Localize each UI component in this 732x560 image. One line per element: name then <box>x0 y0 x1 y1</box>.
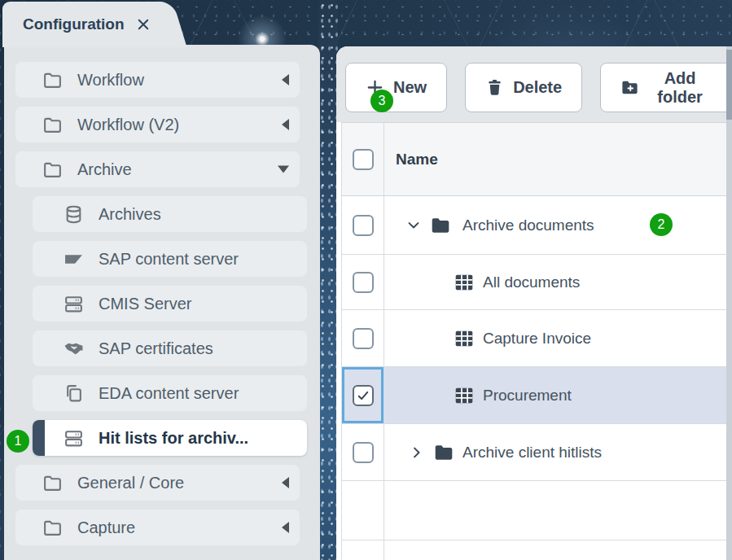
row-label: Archive client hitlists <box>462 444 602 462</box>
sidebar-item-archive[interactable]: Archive <box>15 151 300 187</box>
row-checkbox-cell <box>342 196 384 254</box>
table-grid-icon <box>454 385 475 406</box>
empty-checkbox-cell <box>342 540 384 560</box>
folder-outline-icon <box>42 115 63 135</box>
folder-plus-icon <box>620 78 639 97</box>
sidebar-item-label: SAP content server <box>99 250 239 269</box>
expand-arrow-icon[interactable] <box>278 166 289 173</box>
row-label: Archive documents <box>462 217 594 234</box>
name-column-header: Name <box>384 151 438 168</box>
select-all-checkbox[interactable] <box>353 149 374 170</box>
row-checkbox[interactable] <box>353 442 374 463</box>
main-panel: New Delete Add folder Name <box>336 46 732 560</box>
row-label: All documents <box>483 273 580 291</box>
sidebar-item-label: CMIS Server <box>99 295 191 313</box>
table-row-all-documents[interactable]: All documents <box>342 255 732 310</box>
sidebar-item-general-core[interactable]: General / Core <box>15 465 300 501</box>
collapse-arrow-icon[interactable] <box>282 522 289 533</box>
row-name-cell: Capture Invoice <box>384 310 732 366</box>
vertical-scrollbar[interactable] <box>726 46 732 560</box>
sidebar-item-label: Workflow <box>77 71 144 90</box>
new-button-label: New <box>393 78 427 97</box>
collapse-arrow-icon[interactable] <box>282 74 289 85</box>
sidebar-item-label: Hit lists for archiv... <box>99 429 248 448</box>
sidebar-item-label: Workflow (V2) <box>77 116 179 134</box>
chevron-right-icon[interactable] <box>409 444 425 461</box>
folder-outline-icon <box>42 70 63 90</box>
step-badge-2: 2 <box>650 213 673 236</box>
row-name-cell: Archive client hitlists <box>384 424 732 480</box>
scrollbar-thumb[interactable] <box>726 50 732 120</box>
sidebar-item-sap-content-server[interactable]: SAP content server <box>33 241 307 277</box>
sidebar-item-workflow-v2[interactable]: Workflow (V2) <box>15 107 300 142</box>
table-row-empty <box>342 540 732 560</box>
sidebar-item-eda-content-server[interactable]: EDA content server <box>33 375 307 411</box>
table-row-archive-client-hitlists[interactable]: Archive client hitlists <box>342 424 732 481</box>
sidebar-item-archives[interactable]: Archives <box>33 196 307 232</box>
hitlist-table: Name Archive documents All documents <box>341 122 732 560</box>
sidebar-item-label: Archives <box>99 205 161 224</box>
server-stack-icon <box>64 428 84 448</box>
sidebar-item-capture[interactable]: Capture <box>15 510 300 545</box>
folder-outline-icon <box>42 518 63 538</box>
sidebar-item-label: Capture <box>77 518 135 537</box>
row-name-cell: Archive documents <box>384 196 732 254</box>
sidebar-item-workflow[interactable]: Workflow <box>15 62 300 98</box>
row-checkbox-checked[interactable] <box>353 385 374 406</box>
sidebar-item-label: General / Core <box>77 474 184 492</box>
table-row-empty <box>342 481 732 540</box>
folder-filled-icon <box>433 442 454 463</box>
sidebar-navigation: Workflow Workflow (V2) Archive Archives … <box>4 45 320 560</box>
table-row-procurement[interactable]: Procurement <box>342 367 732 424</box>
copy-pages-icon <box>64 383 84 404</box>
toolbar: New Delete Add folder <box>336 46 732 122</box>
sidebar-item-sap-certificates[interactable]: SAP certificates <box>33 330 307 366</box>
add-folder-button-label: Add folder <box>648 69 712 107</box>
step-badge-3: 3 <box>370 90 393 112</box>
sidebar-item-label: SAP certificates <box>99 339 213 358</box>
folder-filled-icon <box>430 215 451 236</box>
row-label: Capture Invoice <box>483 330 591 348</box>
folder-outline-icon <box>42 473 63 493</box>
row-checkbox[interactable] <box>353 215 374 236</box>
empty-checkbox-cell <box>342 481 384 540</box>
row-checkbox[interactable] <box>353 328 374 349</box>
row-label: Procurement <box>483 387 572 405</box>
row-name-cell: All documents <box>384 255 732 309</box>
row-name-cell: Procurement <box>384 367 732 423</box>
sap-shape-icon <box>64 249 84 269</box>
empty-name-cell <box>384 481 732 540</box>
chevron-down-icon[interactable] <box>405 217 422 234</box>
database-icon <box>64 204 84 225</box>
close-icon[interactable] <box>136 17 151 32</box>
table-grid-icon <box>454 328 475 349</box>
table-header-row: Name <box>342 123 732 196</box>
tab-configuration[interactable]: Configuration <box>2 2 159 47</box>
sidebar-item-hit-lists-for-archive[interactable]: Hit lists for archiv... <box>33 420 307 456</box>
folder-outline-icon <box>42 160 63 180</box>
add-folder-button[interactable]: Add folder <box>600 63 732 112</box>
select-all-cell <box>342 123 384 195</box>
collapse-arrow-icon[interactable] <box>282 477 289 488</box>
collapse-arrow-icon[interactable] <box>282 119 289 130</box>
row-checkbox[interactable] <box>353 272 374 293</box>
server-stack-icon <box>64 294 84 314</box>
handshake-icon <box>64 339 84 359</box>
row-checkbox-cell <box>342 424 384 480</box>
row-checkbox-cell <box>342 255 384 309</box>
sidebar-item-cmis-server[interactable]: CMIS Server <box>33 286 307 322</box>
sidebar-item-label: Archive <box>77 160 132 179</box>
table-row-capture-invoice[interactable]: Capture Invoice <box>342 310 732 367</box>
name-header-cell: Name <box>384 123 732 195</box>
delete-button-label: Delete <box>513 78 562 97</box>
row-checkbox-cell <box>342 310 384 366</box>
step-badge-1: 1 <box>7 430 29 453</box>
sidebar-item-label: EDA content server <box>99 384 239 403</box>
new-button[interactable]: New <box>345 63 447 112</box>
table-grid-icon <box>454 272 475 293</box>
row-checkbox-cell-focused <box>342 367 384 423</box>
table-row-archive-documents[interactable]: Archive documents <box>342 196 732 255</box>
empty-name-cell <box>384 540 732 560</box>
trash-icon <box>485 78 504 97</box>
delete-button[interactable]: Delete <box>465 63 582 112</box>
